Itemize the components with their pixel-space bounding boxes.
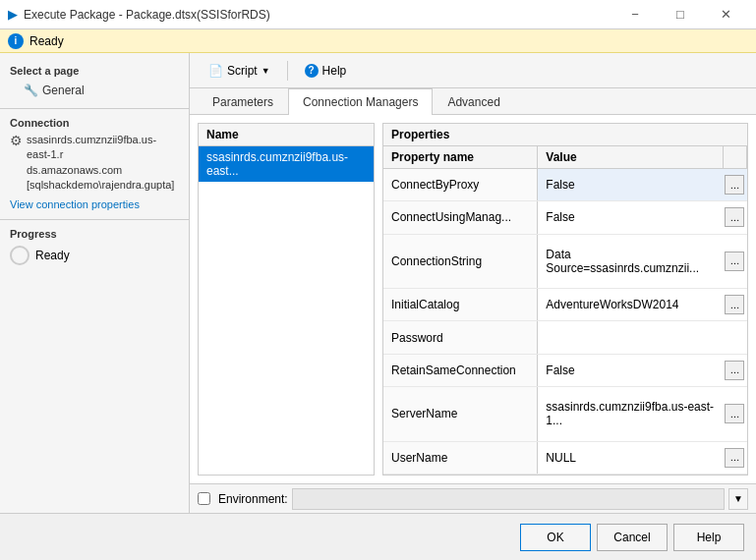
connection-icon: ⚙ [10, 133, 23, 148]
script-dropdown-arrow: ▼ [262, 66, 270, 76]
property-name-cell: ConnectionString [383, 234, 538, 289]
sidebar-progress-section: Progress Ready [0, 219, 189, 265]
info-icon: i [8, 33, 24, 49]
properties-table: Property name Value ConnectByProxyFalse…… [383, 146, 747, 475]
property-value-cell [538, 321, 724, 354]
ok-button[interactable]: OK [520, 524, 591, 551]
tabs-bar: Parameters Connection Managers Advanced [190, 88, 756, 115]
table-row: Password [383, 321, 747, 354]
cancel-button[interactable]: Cancel [597, 524, 668, 551]
close-button[interactable]: ✕ [703, 0, 748, 29]
progress-spinner [10, 246, 29, 265]
property-name-cell: RetainSameConnection [383, 354, 538, 386]
sidebar-item-general[interactable]: 🔧 General [0, 81, 189, 100]
toolbar-divider [287, 61, 288, 81]
property-action-cell: … [723, 201, 746, 234]
content-area: 📄 Script ▼ ? Help Parameters Connection … [190, 53, 756, 513]
progress-row: Ready [10, 246, 179, 265]
maximize-button[interactable]: □ [658, 0, 703, 29]
property-name-cell: ConnectByProxy [383, 169, 538, 201]
table-row: ConnectUsingManag...False… [383, 201, 747, 234]
name-column-header: Name [199, 124, 374, 146]
connection-details: ssasinrds.cumznzii9fba.us-east-1.r ds.am… [27, 133, 179, 194]
bottom-environment-bar: Environment: ▼ [190, 483, 756, 513]
property-edit-button[interactable]: … [725, 252, 744, 271]
property-edit-button[interactable]: … [725, 448, 744, 468]
environment-checkbox[interactable] [198, 492, 210, 505]
help-icon: ? [305, 64, 319, 78]
environment-input[interactable] [292, 488, 725, 510]
property-value-cell: AdventureWorksDW2014 [538, 289, 724, 321]
properties-panel: Properties Property name Value ConnectBy… [382, 123, 748, 476]
connection-line2: ds.amazonaws.com [27, 163, 179, 178]
property-action-cell: … [723, 169, 746, 201]
property-action-cell: … [723, 354, 746, 386]
property-action-cell: … [723, 441, 746, 474]
property-edit-button[interactable]: … [725, 361, 744, 380]
tab-advanced[interactable]: Advanced [433, 88, 514, 115]
status-bar: i Ready [0, 29, 756, 53]
property-value-cell: NULL [538, 441, 724, 474]
title-bar-title: Execute Package - Package.dtsx(SSISforRD… [24, 8, 270, 22]
value-column-header: Value [538, 146, 724, 169]
minimize-button[interactable]: − [612, 0, 658, 29]
property-value-cell: False [538, 201, 724, 234]
tab-parameters[interactable]: Parameters [198, 88, 288, 115]
script-icon: 📄 [208, 64, 223, 78]
property-name-cell: ConnectUsingManag... [383, 201, 538, 234]
connection-manager-item[interactable]: ssasinrds.cumznzii9fba.us-east... [199, 146, 374, 182]
table-row: RetainSameConnectionFalse… [383, 354, 747, 386]
main-container: Select a page 🔧 General Connection ⚙ ssa… [0, 53, 756, 513]
property-name-cell: InitialCatalog [383, 289, 538, 321]
connection-managers-list-panel: Name ssasinrds.cumznzii9fba.us-east... [198, 123, 375, 476]
property-name-cell: ServerName [383, 387, 538, 442]
property-value-cell: Data Source=ssasinrds.cumznzii... [538, 234, 724, 289]
property-edit-button[interactable]: … [725, 175, 744, 195]
property-action-cell: … [723, 289, 746, 321]
script-button[interactable]: 📄 Script ▼ [200, 60, 279, 82]
property-value-cell: False [538, 169, 724, 201]
property-edit-button[interactable]: … [725, 207, 744, 227]
properties-title: Properties [383, 124, 747, 146]
sidebar: Select a page 🔧 General Connection ⚙ ssa… [0, 53, 190, 513]
property-name-cell: Password [383, 321, 538, 354]
view-connection-properties-link[interactable]: View connection properties [10, 198, 140, 210]
progress-header: Progress [10, 228, 179, 240]
title-bar-left: ▶ Execute Package - Package.dtsx(SSISfor… [8, 7, 270, 22]
sidebar-connection-section: Connection ⚙ ssasinrds.cumznzii9fba.us-e… [0, 108, 189, 211]
table-row: ConnectionStringData Source=ssasinrds.cu… [383, 234, 747, 289]
property-action-cell: … [723, 234, 746, 289]
table-row: ServerNamessasinrds.cumznzii9fba.us-east… [383, 387, 747, 442]
footer-help-button[interactable]: Help [673, 524, 744, 551]
connection-header: Connection [10, 117, 179, 129]
title-bar-controls: − □ ✕ [612, 0, 748, 29]
property-edit-button[interactable]: … [725, 404, 744, 423]
table-row: UserNameNULL… [383, 441, 747, 474]
table-row: InitialCatalogAdventureWorksDW2014… [383, 289, 747, 321]
connection-line3: [sqlshackdemo\rajendra.gupta] [27, 178, 179, 193]
actions-column-header [723, 146, 746, 169]
help-button[interactable]: ? Help [296, 60, 356, 82]
tab-content: Name ssasinrds.cumznzii9fba.us-east... P… [190, 115, 756, 483]
property-name-column-header: Property name [383, 146, 538, 169]
app-icon: ▶ [8, 7, 18, 22]
property-action-cell [723, 321, 746, 354]
property-value-cell: ssasinrds.cumznzii9fba.us-east-1... [538, 387, 724, 442]
property-name-cell: UserName [383, 441, 538, 474]
wrench-icon: 🔧 [24, 84, 38, 97]
sidebar-select-page-label: Select a page [0, 61, 189, 81]
title-bar: ▶ Execute Package - Package.dtsx(SSISfor… [0, 0, 756, 29]
toolbar: 📄 Script ▼ ? Help [190, 53, 756, 88]
environment-dropdown-button[interactable]: ▼ [728, 488, 748, 510]
tab-connection-managers[interactable]: Connection Managers [288, 88, 433, 115]
status-text: Ready [29, 34, 64, 48]
table-row: ConnectByProxyFalse… [383, 169, 747, 201]
property-value-cell: False [538, 354, 724, 386]
connection-icon-row: ⚙ ssasinrds.cumznzii9fba.us-east-1.r ds.… [10, 133, 179, 194]
connection-line1: ssasinrds.cumznzii9fba.us-east-1.r [27, 133, 179, 163]
progress-status-text: Ready [35, 249, 70, 262]
property-edit-button[interactable]: … [725, 295, 744, 314]
environment-label: Environment: [218, 492, 288, 506]
property-action-cell: … [723, 387, 746, 442]
footer: OK Cancel Help [0, 513, 756, 560]
